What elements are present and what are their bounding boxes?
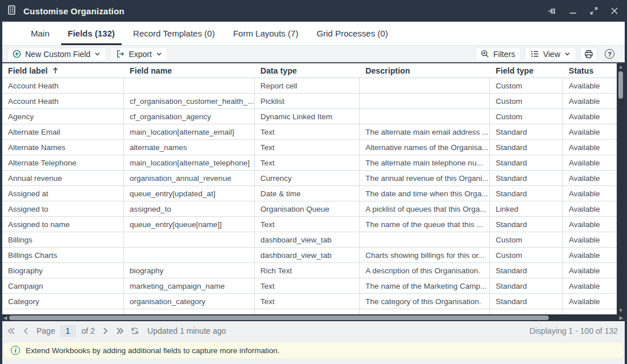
scroll-right-arrow-icon[interactable]: ▶ — [618, 315, 624, 321]
scroll-down-arrow-icon[interactable]: ▼ — [618, 307, 624, 314]
page-number-input[interactable] — [60, 325, 76, 337]
table-row[interactable]: Campaignmarketing_campaign_nameTextThe n… — [2, 278, 617, 294]
table-cell: queue_entry[queue[name]] — [124, 217, 255, 232]
table-cell: Available — [563, 78, 617, 94]
export-button[interactable]: Export — [110, 47, 167, 61]
table-cell: Text — [255, 155, 360, 171]
plus-circle-icon — [13, 50, 21, 58]
table-cell: Linked — [490, 201, 563, 217]
table-cell: Alternate Telephone — [2, 155, 124, 171]
table-row[interactable]: Annual revenueorganisation_annual_revenu… — [2, 171, 617, 186]
table-cell: Billings Charts — [2, 248, 124, 263]
first-page-button[interactable] — [7, 326, 16, 335]
minimize-icon[interactable] — [569, 6, 578, 15]
table-header-row: Field label Field name Data type Descrip… — [2, 63, 617, 78]
column-header-data-type[interactable]: Data type — [255, 63, 360, 78]
table-cell: Custom — [490, 109, 563, 124]
new-custom-field-button[interactable]: New Custom Field — [7, 47, 106, 61]
pin-icon[interactable] — [548, 6, 557, 16]
last-page-button[interactable] — [115, 326, 124, 335]
table-cell: Custom — [490, 78, 563, 94]
table-row[interactable]: Account Heathcf_organisation_customer_he… — [2, 94, 617, 109]
table-cell — [490, 309, 563, 314]
column-header-description[interactable]: Description — [360, 63, 490, 78]
print-button[interactable] — [580, 47, 597, 61]
table-row[interactable]: Assigned atqueue_entry[updated_at]Date &… — [2, 186, 617, 201]
table-cell: Standard — [490, 140, 563, 155]
page-of-label: of 2 — [82, 326, 95, 335]
table-cell: Account Heath — [2, 94, 124, 109]
refresh-icon[interactable] — [130, 326, 139, 335]
table-cell: Standard — [490, 217, 563, 232]
window-title: Customise Organization — [23, 6, 124, 16]
horizontal-scrollbar-thumb[interactable] — [9, 316, 549, 320]
table-cell: A description of this Organisation. — [360, 263, 490, 278]
table-cell: Available — [563, 232, 617, 248]
zoom-filter-icon — [481, 50, 489, 58]
table-cell: Available — [563, 186, 617, 201]
sort-ascending-icon — [52, 67, 59, 74]
column-header-status[interactable]: Status — [563, 63, 617, 78]
table-row[interactable]: Account HeathReport cellCustomAvailable — [2, 78, 617, 94]
table-cell: Category — [2, 294, 124, 309]
table-cell: Report cell — [255, 78, 360, 94]
export-label: Export — [128, 50, 151, 59]
organization-building-icon — [7, 5, 17, 17]
column-header-field-name[interactable]: Field name — [124, 63, 255, 78]
table-cell: Alternate Email — [2, 124, 124, 140]
table-row[interactable]: Alternate Emailmain_location[alternate_e… — [2, 124, 617, 140]
scroll-up-arrow-icon[interactable]: ▲ — [618, 63, 624, 70]
table-cell — [255, 309, 360, 314]
table-cell: Standard — [490, 186, 563, 201]
table-row[interactable]: Categoryorganisation_categoryTextThe cat… — [2, 294, 617, 309]
table-row[interactable]: Alternate Namesalternate_namesTextAltern… — [2, 140, 617, 155]
vertical-scrollbar[interactable]: ▲ ▼ — [617, 63, 625, 314]
table-cell: The annual revenue of this Organi... — [360, 171, 490, 186]
tab-main[interactable]: Main — [24, 22, 57, 45]
table-row[interactable]: Billings Chartsdashboard_view_tabCharts … — [2, 248, 617, 263]
table-cell: cf_organisation_customer_health_... — [124, 94, 255, 109]
window-controls — [548, 6, 619, 16]
table-cell: Standard — [490, 171, 563, 186]
table-cell: Custom — [490, 248, 563, 263]
table-cell: main_location[alternate_telephone] — [124, 155, 255, 171]
vertical-scrollbar-thumb[interactable] — [618, 71, 623, 99]
table-cell — [360, 109, 490, 124]
table-cell: Standard — [490, 155, 563, 171]
table-cell — [124, 78, 255, 94]
table-cell: Alternative names of the Organisa... — [360, 140, 490, 155]
horizontal-scrollbar[interactable]: ◀ ▶ — [2, 314, 625, 321]
info-icon: i — [11, 346, 20, 355]
table-row[interactable]: Agencycf_organisation_agencyDynamic Link… — [2, 109, 617, 124]
column-header-field-type[interactable]: Field type — [490, 63, 563, 78]
tab-form-layouts[interactable]: Form Layouts (7) — [226, 22, 305, 45]
tab-fields[interactable]: Fields (132) — [61, 22, 122, 45]
table-cell — [124, 232, 255, 248]
next-page-button[interactable] — [101, 326, 110, 335]
table-cell: The category of this Organisation. — [360, 294, 490, 309]
info-banner-text: Extend Workbooks by adding additional fi… — [26, 346, 280, 355]
last-updated-text: Updated 1 minute ago — [147, 326, 226, 335]
table-cell: alternate_names — [124, 140, 255, 155]
tab-record-templates[interactable]: Record Templates (0) — [126, 22, 222, 45]
filters-button[interactable]: Filters — [475, 47, 521, 61]
table-cell: Campaign — [2, 278, 124, 294]
table-row[interactable]: Alternate Telephonemain_location[alterna… — [2, 155, 617, 171]
tab-grid-processes[interactable]: Grid Processes (0) — [310, 22, 395, 45]
table-cell: Assigned at — [2, 186, 124, 201]
view-button[interactable]: View — [525, 47, 576, 61]
table-row[interactable]: Assigned to namequeue_entry[queue[name]]… — [2, 217, 617, 232]
table-row[interactable]: BiographybiographyRich TextA description… — [2, 263, 617, 278]
table-row[interactable] — [2, 309, 617, 314]
column-header-field-label[interactable]: Field label — [2, 63, 124, 78]
table-row[interactable]: Billingsdashboard_view_tabCustomAvailabl… — [2, 232, 617, 248]
table-cell: Text — [255, 124, 360, 140]
table-row[interactable]: Assigned toassigned_toOrganisation Queue… — [2, 201, 617, 217]
maximize-icon[interactable] — [589, 6, 598, 15]
close-icon[interactable] — [610, 6, 619, 15]
scroll-left-arrow-icon[interactable]: ◀ — [2, 315, 8, 321]
previous-page-button[interactable] — [22, 326, 31, 335]
table-cell — [2, 309, 124, 314]
help-button[interactable]: ? — [601, 49, 618, 59]
page-label: Page — [37, 326, 55, 335]
